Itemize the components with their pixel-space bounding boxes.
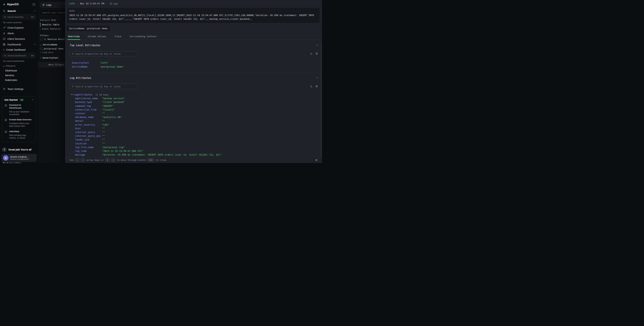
attribute-row[interactable]: backend_type "client backend" xyxy=(70,100,318,104)
property-search-input[interactable] xyxy=(70,51,138,56)
analysis-mode-label: Analysis Mode xyxy=(40,19,65,21)
attribute-row[interactable]: context "" xyxy=(70,112,318,115)
attribute-row[interactable]: internal_query_pos "" xyxy=(70,134,318,138)
event-search-input[interactable] xyxy=(40,10,65,16)
detail-scroll-area: Top Level Attributes ⚙ xyxy=(65,40,322,157)
collapse-section-icon[interactable] xyxy=(316,77,318,79)
kbd-arrow-right: → xyxy=(81,158,85,162)
search-icon xyxy=(3,10,6,12)
tab-trace[interactable]: Trace xyxy=(114,33,122,40)
preset-item[interactable]: Services xyxy=(0,73,38,78)
presets-toggle[interactable]: PRESETS xyxy=(0,64,38,68)
log-attribute-rows: application_name "backup_service" backen… xyxy=(70,97,318,157)
chevron-up-icon[interactable] xyxy=(34,44,36,46)
attribute-row[interactable]: location "" xyxy=(70,142,318,145)
attribute-row[interactable]: connection_from "[local]" xyxy=(70,108,318,112)
attribute-row[interactable]: process_id "88711" xyxy=(70,157,318,157)
chevron-down-icon xyxy=(3,65,4,67)
grid-icon xyxy=(3,43,6,46)
hyperdx-logo-icon xyxy=(3,3,6,6)
attribute-row[interactable]: SeverityText "info" xyxy=(70,61,318,65)
attribute-row[interactable]: detail "" xyxy=(70,119,318,123)
service-name-chip[interactable]: ServiceName: postgresql-demo xyxy=(67,26,110,31)
scrollbar-thumb[interactable] xyxy=(321,42,322,157)
filter-option-label: postgresql-demo xyxy=(44,47,64,50)
sidebar-item-alerts[interactable]: Alerts xyxy=(0,31,38,36)
attribute-row[interactable]: application_name "backup_service" xyxy=(70,97,318,100)
property-search-field[interactable] xyxy=(75,53,136,55)
more-filters-button[interactable]: More filters xyxy=(38,62,65,67)
tree-collapse-caret-icon[interactable] xyxy=(71,94,72,95)
close-icon[interactable]: ✕ xyxy=(315,158,318,162)
collapse-section-icon[interactable] xyxy=(316,45,318,47)
sidebar-item-search[interactable]: Search xyxy=(0,8,38,14)
help-button[interactable]: ? xyxy=(2,147,6,152)
footer-text: Use xyxy=(70,159,74,161)
denoise-filter-row[interactable]: Denoise Results xyxy=(40,38,65,41)
sidebar-item-chart-explorer[interactable]: Chart Explorer xyxy=(0,25,38,31)
detail-tabs: Overview Column Values Trace Surrounding… xyxy=(65,33,322,40)
check-circle-icon xyxy=(4,104,7,116)
tree-root-label[interactable]: LogAttributes xyxy=(74,93,92,96)
saved-dashboards-input[interactable]: ⌘K xyxy=(2,53,36,58)
attribute-row[interactable]: ServiceName "postgresql-demo" xyxy=(70,65,318,69)
get-started-item[interactable]: Create Data Sources Configure where your… xyxy=(4,118,34,127)
property-search-field[interactable] xyxy=(75,85,136,88)
sidebar-item-team-settings[interactable]: Team Settings xyxy=(0,86,38,92)
attribute-row[interactable]: command_tag "INSERT" xyxy=(70,104,318,108)
attribute-row[interactable]: error_severity "LOG" xyxy=(70,123,318,127)
source-selector[interactable]: Logs xyxy=(40,2,65,8)
create-dashboard-button[interactable]: + Create Dashboard xyxy=(0,47,38,52)
get-started-item[interactable]: Connect to ClickHouse Set up your databa… xyxy=(4,104,34,116)
sidebar-item-client-sessions[interactable]: Client Sessions xyxy=(0,36,38,42)
preset-item[interactable]: ClickHouse xyxy=(0,68,38,73)
list-options-icon[interactable] xyxy=(310,53,313,55)
saved-dashboards-field[interactable] xyxy=(8,54,30,57)
sidebar-item-dashboards[interactable]: Dashboards xyxy=(0,42,38,47)
chevron-up-icon[interactable] xyxy=(34,10,36,12)
log-attributes-tree-root[interactable]: LogAttributes {} 28 keys xyxy=(70,93,318,96)
attribute-row[interactable]: hint "" xyxy=(70,127,318,130)
filter-option-postgresql-demo[interactable]: postgresql-demo xyxy=(40,47,65,50)
chevron-up-icon[interactable] xyxy=(32,99,34,101)
attribute-row[interactable]: message "duration: 45.950 ms statement: … xyxy=(70,153,318,157)
filter-group-servicename[interactable]: ServiceName xyxy=(40,43,65,46)
sidebar-item-label: Dashboards xyxy=(8,43,21,46)
attribute-row[interactable]: internal_query "" xyxy=(70,130,318,134)
load-more-button[interactable]: Load more xyxy=(40,51,65,54)
event-search-field[interactable] xyxy=(42,11,65,14)
attribute-row[interactable]: database_name "analytics_db" xyxy=(70,115,318,119)
saved-searches-field[interactable] xyxy=(8,16,30,18)
attribute-row[interactable]: log_time "2025-11-10 23:59:47.000 UTC" xyxy=(70,149,318,153)
denoise-label: Denoise Results xyxy=(48,38,65,41)
attribute-row[interactable]: log.file.name "postgresql.log" xyxy=(70,145,318,149)
mode-event-patterns[interactable]: Event Patterns xyxy=(40,27,65,31)
tab-column-values[interactable]: Column Values xyxy=(87,33,107,40)
body-text[interactable]: 2025-11-10 23:59:47.000 UTC,postgres,ana… xyxy=(69,14,318,21)
tab-surrounding-context[interactable]: Surrounding Context xyxy=(129,33,157,40)
gear-icon xyxy=(3,88,6,90)
list-options-icon[interactable] xyxy=(310,85,313,88)
get-started-header[interactable]: Get Started 3/3 xyxy=(4,99,34,101)
event-detail-panel: info · Nov 10 5:59:47 PM · 2d ago Body 2… xyxy=(65,0,322,163)
gear-icon[interactable]: ⚙ xyxy=(316,52,318,55)
shortcut-badge: ⌘K xyxy=(31,55,34,57)
property-search-input[interactable] xyxy=(70,84,138,89)
filter-group-severitytext[interactable]: SeverityText xyxy=(40,57,65,59)
brand-header: HyperDX xyxy=(0,0,38,8)
denoise-checkbox[interactable] xyxy=(40,38,42,41)
separator: · xyxy=(77,2,78,5)
tab-overview[interactable]: Overview xyxy=(68,33,80,40)
product-updates-link[interactable]: Product updates xyxy=(3,162,21,163)
preset-item[interactable]: Kubernetes xyxy=(0,78,38,82)
mode-results-table[interactable]: Results Table xyxy=(40,23,65,27)
saved-searches-input[interactable]: ⌘K xyxy=(2,15,36,20)
filter-checkbox[interactable] xyxy=(40,48,42,50)
attribute-row[interactable]: leader_pid "" xyxy=(70,138,318,142)
get-started-item[interactable]: Add Data Start sending logs, metrics, or… xyxy=(4,130,34,139)
gear-icon[interactable]: ⚙ xyxy=(316,85,318,88)
chevron-right-icon xyxy=(40,52,41,53)
get-started-card: Get Started 3/3 Connect to ClickHouse Se… xyxy=(2,96,36,142)
user-menu[interactable]: D dominic.tran@clic... dominic.tran@clic… xyxy=(1,154,37,162)
collapse-sidebar-icon[interactable] xyxy=(32,3,35,6)
